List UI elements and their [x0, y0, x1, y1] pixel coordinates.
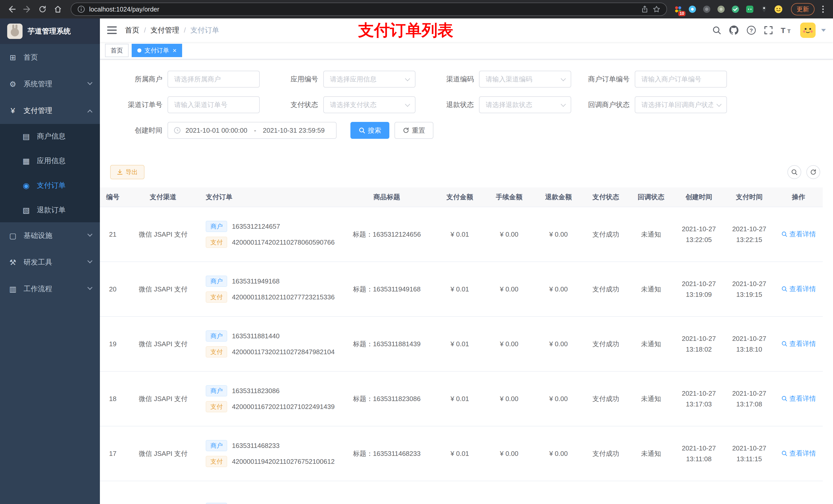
tab-home[interactable]: 首页	[105, 44, 128, 57]
export-button[interactable]: 导出	[110, 165, 144, 179]
extension-pin-icon[interactable]	[759, 4, 769, 14]
sidebar-item-label: 首页	[24, 52, 38, 62]
filter-channel-order-no: 渠道订单号	[110, 96, 260, 113]
search-icon	[791, 169, 798, 175]
sidebar-item-merchant-info[interactable]: ▤商户信息	[0, 124, 100, 148]
extension-chat-icon[interactable]	[745, 4, 755, 14]
reset-button[interactable]: 重置	[395, 122, 433, 139]
svg-text:T: T	[787, 28, 790, 34]
tab-pay-order[interactable]: 支付订单×	[132, 44, 182, 57]
logo-title: 芋道管理系统	[28, 26, 71, 36]
table-row: 21 微信 JSAPI 支付 商户 1635312124657 支付 42000…	[100, 207, 823, 262]
hamburger-icon[interactable]	[107, 26, 117, 34]
create-time-range-picker[interactable]: 2021-10-01 00:00:00 - 2021-10-31 23:59:5…	[168, 122, 337, 139]
sidebar-item-pay-order[interactable]: ◉支付订单	[0, 173, 100, 198]
sidebar-item-label: 商户信息	[37, 131, 66, 141]
pay-tag: 支付	[206, 346, 227, 358]
document-icon: ▧	[22, 206, 31, 215]
refund-status-select-input[interactable]	[479, 96, 571, 113]
date-start-value[interactable]: 2021-10-01 00:00:00	[186, 126, 247, 135]
view-icon	[781, 286, 787, 292]
sidebar-item-system[interactable]: ⚙系统管理	[0, 71, 100, 97]
clock-icon	[174, 127, 181, 134]
pay-tag: 支付	[206, 291, 227, 303]
kebab-menu-icon[interactable]	[819, 4, 827, 15]
view-detail-link[interactable]: 查看详情	[781, 285, 816, 293]
pay-tag: 支付	[206, 456, 227, 467]
extension-olive-icon[interactable]	[716, 4, 726, 14]
merchant-select[interactable]	[168, 71, 260, 88]
font-size-icon[interactable]: TT	[781, 26, 792, 35]
help-icon[interactable]: ?	[746, 25, 756, 35]
cell-pay-amount: ¥ 0.01	[451, 450, 469, 457]
refresh-table-button[interactable]	[806, 165, 820, 179]
filter-label-merchant: 所属商户	[110, 74, 168, 84]
search-button[interactable]: 搜索	[351, 122, 389, 139]
forward-button[interactable]	[21, 3, 34, 16]
filter-label-create-time: 创建时间	[110, 126, 168, 135]
toggle-search-button[interactable]	[787, 165, 801, 179]
merchant-order-no-input-wrap[interactable]	[635, 71, 727, 88]
profile-avatar-icon[interactable]	[774, 4, 783, 14]
callback-status-select-input[interactable]	[635, 96, 727, 113]
search-icon[interactable]	[712, 26, 721, 35]
merchant-tag: 商户	[206, 440, 227, 451]
sidebar-item-pay[interactable]: ¥支付管理	[0, 97, 100, 124]
update-button[interactable]: 更新	[791, 3, 814, 15]
extension-grid-icon[interactable]: 10	[673, 4, 683, 14]
app-no-select[interactable]	[323, 71, 415, 88]
cell-order-id: 20	[109, 285, 117, 293]
back-button[interactable]	[5, 3, 19, 16]
reload-button[interactable]	[36, 3, 49, 16]
sidebar-item-infra[interactable]: ▢基础设施	[0, 222, 100, 249]
pay-status-select-input[interactable]	[323, 96, 415, 113]
table-toolbar: 导出	[100, 165, 833, 179]
sidebar-item-app-info[interactable]: ▦应用信息	[0, 148, 100, 173]
breadcrumb-item[interactable]: 支付管理	[151, 25, 179, 35]
channel-order-no-input-wrap[interactable]	[168, 96, 260, 113]
sidebar-item-devtools[interactable]: ⚒研发工具	[0, 249, 100, 275]
breadcrumb-separator: /	[144, 26, 146, 34]
avatar[interactable]	[800, 23, 815, 38]
refund-status-select[interactable]	[479, 96, 571, 113]
channel-order-no-input[interactable]	[168, 96, 260, 113]
fullscreen-icon[interactable]	[764, 26, 773, 35]
cell-create-time: 2021-10-27 13:19:09	[674, 262, 724, 316]
extension-drop-icon[interactable]	[688, 4, 697, 14]
sidebar-item-home[interactable]: ⊞首页	[0, 44, 100, 71]
extension-vue-icon[interactable]	[731, 4, 740, 14]
breadcrumb: 首页/支付管理/支付订单	[125, 25, 219, 35]
filter-label-channel-code: 渠道编码	[422, 74, 479, 84]
view-detail-link[interactable]: 查看详情	[781, 339, 816, 348]
channel-code-input[interactable]	[479, 71, 571, 88]
column-header: 商品标题	[338, 188, 435, 207]
tab-close-icon[interactable]: ×	[173, 47, 176, 54]
breadcrumb-item[interactable]: 首页	[125, 25, 139, 35]
share-icon[interactable]	[641, 5, 648, 13]
app-no-select-input[interactable]	[323, 71, 415, 88]
avatar-caret-icon[interactable]	[821, 29, 826, 32]
view-detail-link[interactable]: 查看详情	[781, 449, 816, 458]
merchant-select-input[interactable]	[168, 71, 260, 88]
view-detail-label: 查看详情	[789, 230, 816, 239]
home-button[interactable]	[51, 3, 65, 16]
github-icon[interactable]	[729, 25, 739, 35]
column-header: 支付订单	[200, 188, 338, 207]
view-detail-link[interactable]: 查看详情	[781, 230, 816, 239]
url-bar[interactable]: localhost:1024/pay/order	[71, 3, 667, 16]
channel-code-select[interactable]	[479, 71, 571, 88]
extension-dark-icon[interactable]	[702, 4, 712, 14]
bookmark-star-icon[interactable]	[653, 5, 660, 13]
url-text[interactable]: localhost:1024/pay/order	[89, 6, 637, 13]
view-detail-link[interactable]: 查看详情	[781, 394, 816, 403]
merchant-order-no-input[interactable]	[635, 71, 727, 88]
cell-product-title: 标题：1635311949168	[353, 285, 421, 293]
date-end-value[interactable]: 2021-10-31 23:59:59	[263, 126, 325, 135]
callback-status-select[interactable]	[635, 96, 727, 113]
sidebar-item-refund-order[interactable]: ▧退款订单	[0, 198, 100, 222]
navbar: 首页/支付管理/支付订单 支付订单列表 ? TT	[100, 19, 833, 42]
sidebar-item-workflow[interactable]: ▥工作流程	[0, 275, 100, 302]
site-info-icon[interactable]	[77, 5, 85, 13]
pay-status-select[interactable]	[323, 96, 415, 113]
chevron-down-icon	[87, 258, 93, 263]
